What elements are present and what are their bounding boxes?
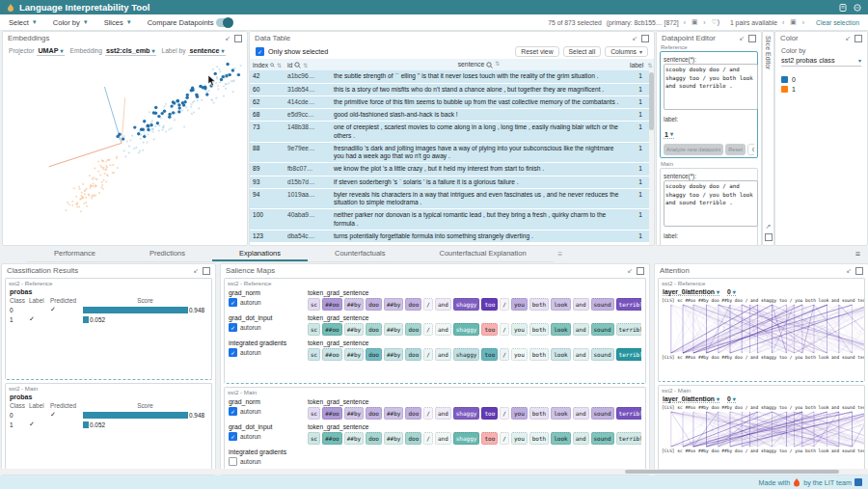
- search-icon[interactable]: [294, 62, 301, 68]
- maximize-icon[interactable]: [748, 35, 756, 42]
- salience-token[interactable]: and: [573, 348, 589, 361]
- salience-token[interactable]: look: [551, 298, 570, 311]
- salience-token[interactable]: sc: [308, 298, 320, 311]
- salience-token[interactable]: too: [481, 407, 498, 420]
- column-header-id[interactable]: id⇅: [285, 61, 331, 68]
- salience-token[interactable]: you: [511, 323, 528, 336]
- salience-token[interactable]: sound: [591, 407, 614, 420]
- layer-select[interactable]: layer_0/attention▾: [663, 288, 719, 296]
- salience-token[interactable]: doo: [366, 407, 382, 420]
- salience-token[interactable]: ##by: [344, 298, 364, 311]
- salience-token[interactable]: terrible: [616, 348, 641, 361]
- table-row[interactable]: 93d15b7d…if steven soderbergh 's ` solar…: [250, 177, 654, 189]
- salience-token[interactable]: shaggy: [453, 432, 480, 445]
- salience-token[interactable]: shaggy: [453, 323, 480, 336]
- salience-token[interactable]: doo: [366, 298, 382, 311]
- salience-token[interactable]: doo: [405, 298, 421, 311]
- salience-token[interactable]: look: [551, 348, 570, 361]
- table-row[interactable]: 62414cde…the primitive force of this fil…: [250, 96, 654, 109]
- autorun-checkbox[interactable]: ✓: [229, 323, 237, 332]
- table-row[interactable]: 889e79ee…fresnadillo 's dark and jolting…: [250, 143, 654, 163]
- tab-performance[interactable]: Performance: [27, 246, 122, 261]
- salience-token[interactable]: sc: [308, 348, 320, 361]
- salience-token[interactable]: and: [435, 432, 451, 445]
- head-select[interactable]: 0▾: [727, 395, 736, 403]
- select-all-button[interactable]: Select all: [563, 46, 602, 57]
- salience-token[interactable]: and: [573, 432, 589, 445]
- maximize-icon[interactable]: [855, 267, 863, 275]
- salience-token[interactable]: too: [481, 298, 498, 311]
- minimize-icon[interactable]: ↙: [627, 267, 633, 274]
- salience-token[interactable]: /: [500, 323, 509, 336]
- salience-token[interactable]: and: [573, 298, 589, 311]
- salience-token[interactable]: /: [423, 298, 433, 311]
- reset-view-button[interactable]: Reset view: [515, 46, 558, 57]
- salience-token[interactable]: and: [435, 407, 451, 420]
- minimize-icon[interactable]: ↙: [739, 35, 745, 41]
- salience-token[interactable]: sc: [308, 432, 320, 445]
- salience-token[interactable]: ##by: [344, 323, 364, 336]
- slice-editor-strip[interactable]: Slice Editor ↗: [762, 31, 774, 246]
- tab-explanations[interactable]: Explanations: [212, 246, 308, 261]
- salience-token[interactable]: shaggy: [453, 407, 480, 420]
- autorun-checkbox[interactable]: ✓: [229, 407, 237, 416]
- salience-token[interactable]: both: [529, 348, 549, 361]
- expand-icon[interactable]: ↗: [766, 223, 772, 230]
- salience-token[interactable]: sc: [308, 323, 320, 336]
- salience-token[interactable]: /: [500, 348, 509, 361]
- table-row[interactable]: 89fb8c07…we know the plot 's a little cr…: [250, 163, 654, 176]
- favorite-icon[interactable]: ♡): [712, 18, 719, 26]
- salience-token[interactable]: look: [551, 407, 570, 420]
- only-show-selected-checkbox[interactable]: ✓: [256, 47, 264, 56]
- salience-token[interactable]: ##by: [344, 348, 364, 361]
- prev-datapoint-button[interactable]: ‹: [684, 19, 687, 26]
- table-row[interactable]: 73148b38…one of creepiest , scariest mov…: [250, 122, 654, 142]
- label-select[interactable]: 1▾: [664, 131, 674, 139]
- reset-button[interactable]: Reset: [725, 144, 746, 155]
- maximize-icon[interactable]: [854, 35, 862, 42]
- unselected-class1-points[interactable]: [66, 156, 119, 213]
- clear-selection-link[interactable]: Clear selection: [816, 19, 859, 26]
- autorun-checkbox[interactable]: ✓: [229, 298, 237, 307]
- salience-token[interactable]: both: [529, 432, 549, 445]
- salience-token[interactable]: doo: [366, 323, 382, 336]
- table-row[interactable]: 42a1bc96…the subtle strength of `` ellin…: [250, 70, 654, 83]
- salience-token[interactable]: you: [511, 298, 528, 311]
- salience-token[interactable]: doo: [366, 432, 382, 445]
- table-row[interactable]: 68e5d9cc…good old-fashioned slash-and-ha…: [250, 109, 654, 122]
- salience-token[interactable]: /: [423, 323, 433, 336]
- maximize-icon[interactable]: [203, 267, 210, 275]
- sentence-textarea[interactable]: [664, 180, 758, 227]
- salience-token[interactable]: ##by: [344, 407, 364, 420]
- salience-token[interactable]: terrible: [616, 407, 641, 420]
- salience-token[interactable]: and: [435, 298, 451, 311]
- next-pair-button[interactable]: ›: [802, 19, 805, 26]
- lit-footer-logo[interactable]: [854, 478, 862, 486]
- sort-icon[interactable]: ⇅: [495, 61, 500, 68]
- horizontal-scrollbar[interactable]: [0, 469, 868, 475]
- salience-token[interactable]: doo: [405, 432, 421, 445]
- salience-token[interactable]: ##oo: [322, 432, 341, 445]
- salience-token[interactable]: sound: [591, 348, 614, 361]
- salience-token[interactable]: /: [500, 298, 509, 311]
- salience-token[interactable]: ##by: [384, 323, 403, 336]
- salience-token[interactable]: doo: [366, 348, 382, 361]
- salience-token[interactable]: /: [423, 348, 433, 361]
- salience-token[interactable]: doo: [405, 407, 421, 420]
- salience-token[interactable]: /: [423, 407, 433, 420]
- prev-pair-button[interactable]: ‹: [782, 19, 785, 26]
- splitter-drag-handle[interactable]: ≡: [558, 250, 563, 258]
- salience-token[interactable]: ##by: [384, 407, 403, 420]
- salience-token[interactable]: and: [573, 323, 589, 336]
- head-select[interactable]: 0▾: [727, 288, 736, 296]
- salience-token[interactable]: sound: [591, 298, 614, 311]
- salience-token[interactable]: terrible: [616, 323, 641, 336]
- salience-token[interactable]: ##by: [384, 298, 403, 311]
- salience-token[interactable]: /: [500, 407, 509, 420]
- salience-token[interactable]: too: [481, 323, 498, 336]
- pair-icon[interactable]: ▣: [790, 18, 797, 26]
- salience-token[interactable]: and: [435, 348, 451, 361]
- column-header-sentence[interactable]: sentence⇅: [331, 61, 627, 68]
- salience-token[interactable]: /: [423, 432, 433, 445]
- minimize-icon[interactable]: ↙: [845, 35, 851, 41]
